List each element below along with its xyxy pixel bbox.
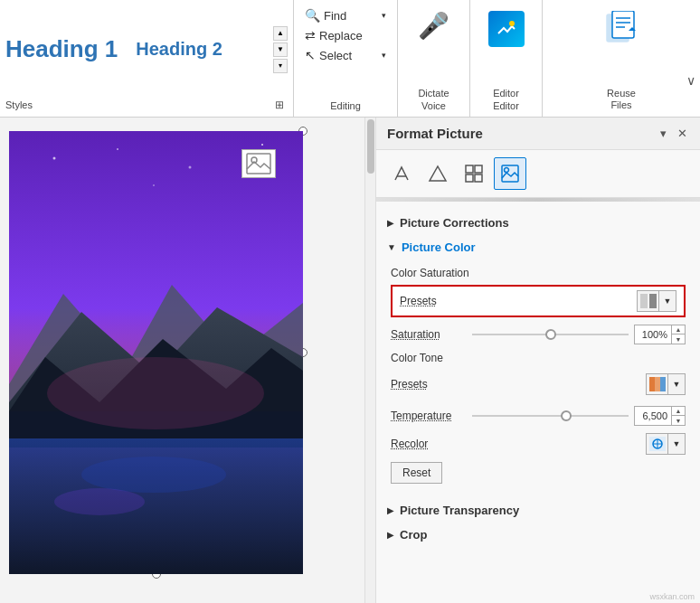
panel-divider [376,198,700,202]
crop-triangle-icon: ▶ [387,530,394,540]
editor-label[interactable]: Editor [493,88,519,99]
picture-color-header[interactable]: ▼ Picture Color [376,235,700,259]
styles-scroll-expand[interactable]: ▾ [273,59,288,73]
picture-corrections-header[interactable]: ▶ Picture Corrections [376,211,700,235]
tab-effects[interactable] [385,157,418,190]
saturation-spinner-up[interactable]: ▲ [672,325,685,334]
replace-label: Replace [319,29,363,42]
temperature-value: 6,500 [635,409,671,423]
editor-icon[interactable] [488,11,525,47]
dictate-icon[interactable]: 🎤 [418,11,449,41]
tab-shape[interactable] [421,157,454,190]
crop-header[interactable]: ▶ Crop [376,523,700,547]
saturation-slider-thumb[interactable] [545,329,556,340]
temperature-control-row: Temperature 6,500 ▲ ▼ [391,406,686,426]
saturation-presets-arrow-icon[interactable]: ▼ [659,291,676,311]
svg-point-8 [117,148,118,150]
voice-label[interactable]: Dictate [418,88,449,99]
reuse-label[interactable]: ReuseFiles [607,88,636,111]
heading1-style[interactable]: Heading 1 [5,35,118,63]
recolor-icon [647,434,668,454]
saturation-value-box[interactable]: 100% ▲ ▼ [634,325,686,344]
tab-picture[interactable] [494,157,526,190]
reset-button[interactable]: Reset [391,462,442,484]
editing-section: 🔍 Find ▾ ⇄ Replace ↖ Select ▾ Editing [294,0,398,117]
recolor-dropdown[interactable]: ▼ [646,433,686,455]
svg-rect-23 [466,165,473,173]
vertical-scrollbar[interactable] [364,118,375,603]
temperature-slider[interactable] [472,415,629,417]
reuse-files-icon [603,11,639,47]
watermark: wsxkan.com [376,590,700,603]
replace-button[interactable]: ⇄ Replace [301,25,390,45]
saturation-control-row: Saturation 100% ▲ ▼ [391,325,686,344]
scrollbar-thumb[interactable] [367,119,374,174]
picture-color-body: Color Saturation Presets ▼ [376,259,700,498]
saturation-presets-row: Presets ▼ [391,285,686,317]
svg-point-28 [505,168,509,173]
saturation-slider[interactable] [472,334,629,335]
styles-scroll[interactable]: ▲ ▼ ▾ [273,26,288,73]
corrections-triangle-icon: ▶ [387,218,394,228]
picture-transparency-header[interactable]: ▶ Picture Transparency [376,498,700,523]
saturation-presets-dropdown[interactable]: ▼ [637,290,676,312]
styles-scroll-down[interactable]: ▼ [273,42,288,57]
svg-point-18 [54,488,145,515]
svg-point-17 [81,457,226,493]
recolor-arrow-icon[interactable]: ▼ [668,434,685,454]
main-area: Format Picture ▾ ✕ [0,118,700,603]
saturation-spinner-down[interactable]: ▼ [672,334,685,344]
styles-scroll-up[interactable]: ▲ [273,26,288,41]
styles-row: Heading 1 Heading 2 ▲ ▼ ▾ [5,4,288,95]
voice-section-label: Voice [421,100,446,111]
saturation-label: Saturation [391,328,472,341]
panel-tabs [376,150,700,198]
svg-rect-26 [475,174,482,182]
temperature-spinner-down[interactable]: ▼ [672,416,685,425]
reuse-icon-container [603,11,639,51]
tone-presets-label: Presets [391,378,428,391]
find-icon: 🔍 [305,8,320,23]
ribbon-collapse-button[interactable]: ∨ [682,71,700,90]
panel-footer: wsxkan.com [376,590,700,603]
svg-point-19 [47,357,264,429]
landscape-svg [9,131,303,574]
tone-presets-arrow-icon[interactable]: ▼ [668,374,685,394]
panel-close-icon[interactable]: ✕ [676,125,689,142]
temperature-spinner-up[interactable]: ▲ [672,407,685,416]
select-button[interactable]: ↖ Select ▾ [301,45,390,65]
tab-layout[interactable] [458,157,490,190]
heading2-style[interactable]: Heading 2 [136,39,222,60]
tone-presets-icon [647,374,668,394]
styles-settings-icon[interactable]: ⊞ [271,97,288,113]
temperature-value-box[interactable]: 6,500 ▲ ▼ [634,406,686,426]
temperature-spinner[interactable]: ▲ ▼ [671,407,685,425]
saturation-presets-label: Presets [400,295,437,307]
editor-section-label: Editor [493,100,519,111]
styles-section: Heading 1 Heading 2 ▲ ▼ ▾ Styles ⊞ [0,0,294,117]
picture-icon-svg [246,153,271,174]
document-image-container [9,131,303,574]
temperature-slider-thumb[interactable] [561,410,572,421]
svg-point-10 [261,144,263,146]
editing-label: Editing [301,100,390,111]
svg-rect-29 [640,294,648,308]
tone-presets-row: Presets ▼ [391,370,686,399]
reuse-section: ReuseFiles [543,0,700,117]
recolor-label: Recolor [391,438,428,450]
color-triangle-icon: ▼ [387,242,396,252]
svg-point-0 [509,21,515,26]
svg-rect-32 [655,377,660,391]
select-dropdown-icon: ▾ [382,51,386,60]
panel-dropdown-icon[interactable]: ▾ [658,125,668,142]
saturation-spinner[interactable]: ▲ ▼ [671,325,685,344]
svg-marker-22 [430,166,446,181]
landscape-image[interactable] [9,131,303,574]
find-dropdown-icon: ▾ [382,11,386,20]
picture-corrections-title: Picture Corrections [400,216,509,230]
svg-point-9 [189,166,192,169]
find-button[interactable]: 🔍 Find ▾ [301,5,390,25]
format-picture-panel: Format Picture ▾ ✕ [375,118,700,603]
find-label: Find [324,9,346,23]
tone-presets-dropdown[interactable]: ▼ [646,373,686,395]
